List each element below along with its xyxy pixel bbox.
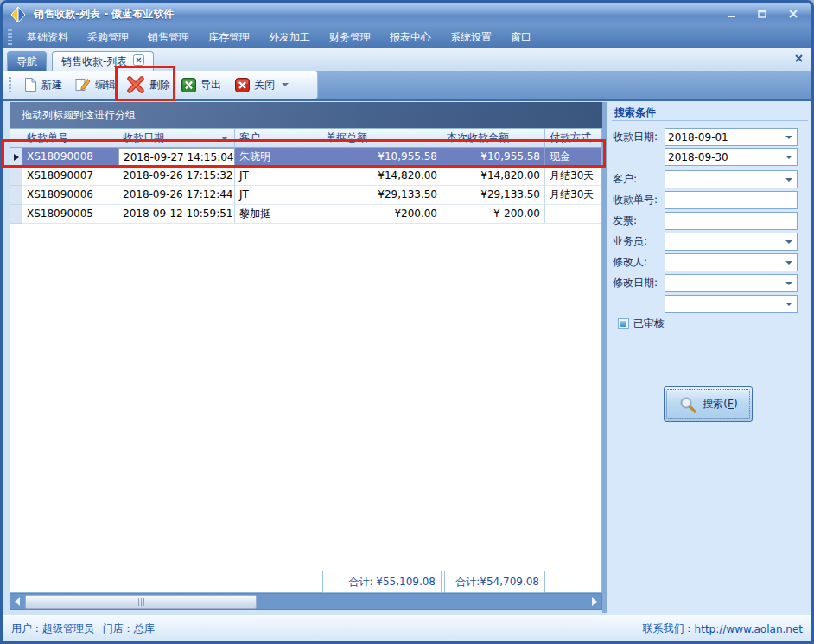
date-to-dropdown[interactable] bbox=[665, 148, 798, 166]
cell-received-amount[interactable]: ¥10,955.58 bbox=[442, 148, 545, 167]
cell-received-amount[interactable]: ¥14,820.00 bbox=[442, 167, 545, 186]
cell-receipt-date[interactable]: 2018-09-12 10:59:51 bbox=[118, 205, 235, 224]
menu-item-basic-data[interactable]: 基础资料 bbox=[17, 26, 78, 48]
cell-order-amount[interactable]: ¥10,955.58 bbox=[321, 148, 442, 167]
cell-customer[interactable]: JT bbox=[235, 186, 321, 205]
menu-item-window[interactable]: 窗口 bbox=[501, 26, 541, 48]
cell-customer[interactable]: 黎加挺 bbox=[235, 205, 321, 224]
cell-customer[interactable]: JT bbox=[235, 167, 321, 186]
thumb-grip-icon bbox=[141, 598, 142, 606]
horizontal-scrollbar[interactable] bbox=[10, 593, 602, 610]
scroll-left-icon[interactable] bbox=[10, 594, 24, 609]
customer-input[interactable] bbox=[665, 171, 783, 188]
new-button[interactable]: 新建 bbox=[22, 73, 65, 97]
chevron-down-icon[interactable] bbox=[785, 136, 792, 139]
chevron-down-icon[interactable] bbox=[785, 261, 792, 265]
cell-receipt-date[interactable]: 2018-09-26 17:12:44 bbox=[118, 186, 235, 205]
status-left: 用户：超级管理员 门店：总库 bbox=[11, 622, 160, 636]
cell-payment[interactable]: 月结30天 bbox=[545, 186, 601, 205]
cell-receipt-no[interactable]: XS18090006 bbox=[22, 186, 118, 205]
chevron-down-icon[interactable] bbox=[785, 303, 792, 306]
table-row[interactable]: XS18090005 2018-09-12 10:59:51 黎加挺 ¥200.… bbox=[10, 205, 601, 224]
audited-checkbox[interactable] bbox=[618, 318, 629, 329]
column-header-payment-method[interactable]: 付款方式 bbox=[545, 129, 601, 148]
menu-item-outsourcing[interactable]: 外发加工 bbox=[259, 26, 320, 48]
search-panel-title: 搜索条件 bbox=[614, 105, 656, 120]
modify-date-from-input[interactable] bbox=[665, 275, 783, 291]
column-header-receipt-date[interactable]: 收款日期 bbox=[118, 129, 235, 148]
receipt-no-input[interactable] bbox=[665, 191, 798, 209]
cell-customer[interactable]: 朱晓明 bbox=[235, 148, 321, 167]
search-magnifier-icon bbox=[678, 395, 697, 414]
menu-item-sales[interactable]: 销售管理 bbox=[138, 26, 199, 48]
cell-receipt-date-focused[interactable]: 2018-09-27 14:15:04 bbox=[118, 148, 235, 167]
table-row-selected[interactable]: XS18090008 2018-09-27 14:15:04 朱晓明 ¥10,9… bbox=[10, 148, 601, 167]
scroll-right-icon[interactable] bbox=[588, 594, 601, 609]
menu-item-system[interactable]: 系统设置 bbox=[441, 26, 501, 48]
cell-received-amount[interactable]: ¥-200.00 bbox=[442, 205, 545, 224]
cell-receipt-no[interactable]: XS18090008 bbox=[22, 148, 118, 167]
table-row[interactable]: XS18090006 2018-09-26 17:12:44 JT ¥29,13… bbox=[10, 186, 601, 205]
cell-payment[interactable]: 月结30天 bbox=[545, 167, 601, 186]
toolbar: 新建 编辑 删除 导出 bbox=[3, 71, 811, 99]
window-title: 销售收款-列表 - 傲蓝布业软件 bbox=[34, 7, 174, 22]
sort-desc-icon[interactable] bbox=[221, 137, 228, 141]
cell-received-amount[interactable]: ¥29,133.50 bbox=[442, 186, 545, 205]
cell-receipt-no[interactable]: XS18090005 bbox=[22, 205, 118, 224]
invoice-input[interactable] bbox=[665, 212, 798, 230]
invoice-label: 发票: bbox=[613, 212, 637, 230]
website-link[interactable]: http://www.aolan.net bbox=[695, 623, 803, 635]
dropdown-caret-icon[interactable] bbox=[282, 83, 289, 86]
tab-navigation[interactable]: 导航 bbox=[7, 51, 47, 71]
cell-order-amount[interactable]: ¥29,133.50 bbox=[321, 186, 442, 205]
column-header-order-amount[interactable]: 单据总额 bbox=[321, 129, 442, 148]
status-user: 用户：超级管理员 bbox=[11, 622, 94, 634]
group-by-panel[interactable]: 拖动列标题到这进行分组 bbox=[10, 102, 602, 128]
chevron-down-icon[interactable] bbox=[785, 240, 792, 244]
cell-receipt-date[interactable]: 2018-09-26 17:15:32 bbox=[118, 167, 235, 186]
date-from-input[interactable] bbox=[665, 129, 783, 145]
chevron-down-icon[interactable] bbox=[785, 178, 792, 182]
cell-payment[interactable]: 现金 bbox=[545, 148, 601, 167]
modifier-input[interactable] bbox=[665, 254, 783, 271]
search-button-inner: 搜索(F) bbox=[666, 389, 750, 419]
column-header-received-amount[interactable]: 本次收款金额 bbox=[442, 129, 545, 148]
modifier-dropdown[interactable] bbox=[665, 253, 798, 271]
minimize-icon[interactable] bbox=[722, 6, 741, 22]
close-icon[interactable] bbox=[784, 6, 803, 22]
tabgroup-close-icon[interactable] bbox=[794, 54, 804, 66]
scrollbar-thumb[interactable] bbox=[25, 595, 257, 609]
date-from-dropdown[interactable] bbox=[665, 128, 798, 146]
column-header-receipt-no[interactable]: 收款单号 bbox=[22, 129, 118, 148]
menu-item-reports[interactable]: 报表中心 bbox=[380, 26, 441, 48]
delete-button[interactable]: 删除 bbox=[124, 73, 173, 97]
toolbar-grip bbox=[9, 77, 11, 92]
close-view-button[interactable]: 关闭 bbox=[232, 73, 291, 97]
table-row[interactable]: XS18090007 2018-09-26 17:15:32 JT ¥14,82… bbox=[10, 167, 601, 186]
menu-item-finance[interactable]: 财务管理 bbox=[320, 26, 380, 48]
modify-date-to-dropdown[interactable] bbox=[665, 295, 798, 313]
chevron-down-icon[interactable] bbox=[785, 156, 792, 159]
tab-close-icon[interactable] bbox=[133, 54, 144, 68]
column-header-customer[interactable]: 客户 bbox=[235, 129, 321, 148]
menu-item-purchase[interactable]: 采购管理 bbox=[78, 26, 138, 48]
window-controls bbox=[722, 6, 803, 22]
customer-dropdown[interactable] bbox=[665, 170, 798, 188]
modify-date-from-dropdown[interactable] bbox=[665, 274, 798, 292]
cell-order-amount[interactable]: ¥14,820.00 bbox=[321, 167, 442, 186]
salesman-input[interactable] bbox=[665, 233, 783, 250]
chevron-down-icon[interactable] bbox=[785, 282, 792, 285]
search-button[interactable]: 搜索(F) bbox=[664, 386, 753, 422]
export-button[interactable]: 导出 bbox=[179, 73, 224, 97]
menu-item-inventory[interactable]: 库存管理 bbox=[199, 26, 259, 48]
cell-order-amount[interactable]: ¥200.00 bbox=[321, 205, 442, 224]
salesman-dropdown[interactable] bbox=[665, 233, 798, 251]
delete-x-icon bbox=[126, 76, 145, 93]
maximize-icon[interactable] bbox=[753, 6, 772, 22]
tab-sales-receipt-list[interactable]: 销售收款-列表 bbox=[52, 51, 154, 71]
edit-button[interactable]: 编辑 bbox=[73, 73, 118, 97]
date-to-input[interactable] bbox=[665, 149, 783, 165]
cell-payment[interactable] bbox=[545, 205, 601, 224]
modify-date-to-input[interactable] bbox=[665, 296, 783, 312]
cell-receipt-no[interactable]: XS18090007 bbox=[22, 167, 118, 186]
